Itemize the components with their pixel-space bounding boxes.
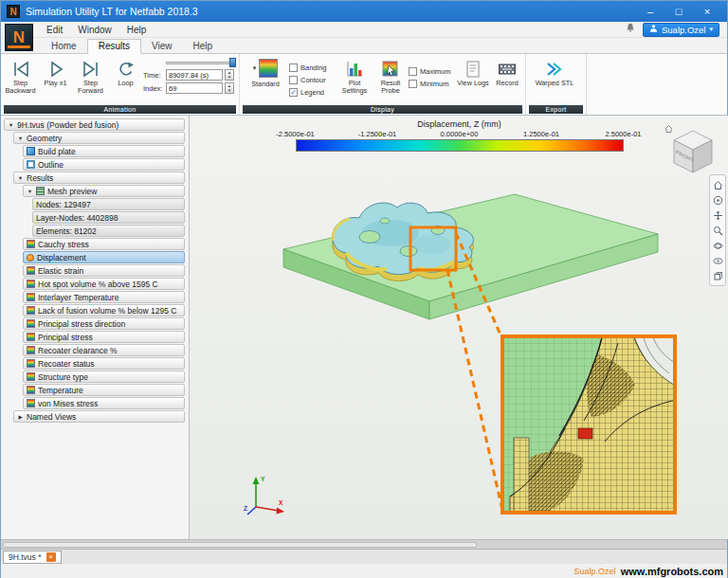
maximum-checkbox-row[interactable]: Maximum (409, 66, 456, 77)
result-icon (27, 399, 35, 407)
banding-checkbox-row[interactable]: Banding (289, 63, 337, 73)
time-spinner[interactable]: ▲ ▼ (225, 69, 234, 81)
step-backward-button[interactable]: Step Backward (3, 56, 38, 95)
play-button[interactable]: Play x1 (38, 56, 73, 87)
chevron-down-icon[interactable]: ▾ (253, 64, 257, 72)
document-tab-close-icon[interactable]: × (46, 552, 56, 562)
view-cube[interactable]: FRONT (664, 123, 719, 178)
user-account-button[interactable]: Sualp.Ozel ▾ (643, 23, 719, 37)
legend-checkbox-row[interactable]: ✓ Legend (289, 87, 337, 98)
plot-settings-button[interactable]: Plot Settings (337, 56, 373, 95)
tree-item-label: Elements: 81202 (36, 226, 97, 236)
document-tab[interactable]: 9H.tvus * × (3, 551, 62, 564)
tree-item-recoater-clearance[interactable]: Recoater clearance % (23, 344, 185, 356)
tree-item-principal-stress[interactable]: Principal stress (23, 331, 185, 343)
home-icon[interactable] (665, 126, 672, 133)
plot-settings-label: Plot Settings (337, 80, 373, 95)
home-view-icon[interactable] (711, 178, 724, 191)
tab-help[interactable]: Help (183, 40, 224, 53)
expand-arrow-icon[interactable]: ▼ (17, 135, 24, 141)
coordinate-axes-triad: Y X Z (243, 473, 286, 516)
spin-down-icon[interactable]: ▼ (226, 88, 233, 93)
banding-checkbox[interactable] (289, 63, 298, 72)
spin-down-icon[interactable]: ▼ (226, 75, 233, 80)
tree-item-named-views[interactable]: ▶ Named Views (13, 410, 185, 423)
tree-item-von-mises-stress[interactable]: von Mises stress (23, 397, 185, 409)
warped-stl-button[interactable]: Warped STL (528, 56, 581, 87)
time-slider[interactable] (166, 58, 236, 67)
tree-item-displacement[interactable]: Displacement (23, 251, 185, 263)
horizontal-scrollbar-thumb[interactable] (3, 542, 477, 548)
tree-item-interlayer-temperature[interactable]: Interlayer Temperature (23, 291, 185, 303)
tree-item-build-plate[interactable]: Build plate (23, 145, 185, 157)
tree-item-elements: Elements: 81202 (32, 225, 185, 237)
maximum-checkbox[interactable] (409, 67, 417, 76)
orbit-icon[interactable] (711, 239, 724, 252)
menu-window[interactable]: Window (70, 22, 119, 38)
notification-bell-icon[interactable] (625, 21, 636, 38)
time-input[interactable] (166, 69, 223, 81)
contour-checkbox[interactable] (289, 76, 298, 84)
step-forward-icon (81, 59, 101, 79)
viewport-3d[interactable]: Displacement, Z (mm) -2.5000e-01 -1.2500… (190, 116, 728, 539)
step-forward-button[interactable]: Step Forward (73, 56, 108, 95)
zoom-icon[interactable] (711, 224, 724, 237)
result-probe-label: Result Probe (373, 80, 409, 95)
menu-edit[interactable]: Edit (39, 22, 70, 38)
tree-item-outline[interactable]: Outline (23, 158, 185, 171)
steering-wheel-icon[interactable] (711, 193, 724, 207)
chevron-down-icon: ▾ (709, 26, 713, 33)
record-button[interactable]: Record (490, 56, 524, 87)
minimize-icon[interactable]: – (636, 1, 664, 22)
view-logs-button[interactable]: View Logs (456, 56, 490, 87)
contour-checkbox-row[interactable]: Contour (289, 75, 337, 85)
legend-checkbox[interactable]: ✓ (289, 88, 298, 97)
index-input[interactable] (166, 82, 223, 94)
horizontal-scrollbar[interactable] (1, 539, 727, 549)
tab-view[interactable]: View (141, 40, 183, 53)
step-backward-icon (10, 59, 31, 79)
tree-item-recoater-status[interactable]: Recoater status (23, 357, 185, 370)
tree-item-geometry[interactable]: ▼ Geometry (13, 132, 185, 144)
expand-arrow-icon[interactable]: ▼ (27, 189, 33, 194)
minimum-checkbox[interactable] (409, 80, 417, 88)
view-box-icon[interactable] (711, 269, 724, 282)
tree-item-results[interactable]: ▼ Results (13, 172, 185, 184)
tree-item-hot-spot[interactable]: Hot spot volume % above 1595 C (23, 278, 185, 290)
standard-colormap-button[interactable]: ▾ Standard (242, 56, 289, 88)
tree-item-label: Build plate (38, 147, 76, 156)
tree-item-elastic-strain[interactable]: Elastic strain (23, 264, 185, 277)
pan-icon[interactable] (711, 208, 724, 222)
tree-item-label: Layer-Nodes: 4402898 (36, 213, 118, 223)
title-bar: N Simulation Utility LT for Netfabb 2018… (1, 1, 727, 22)
menu-help[interactable]: Help (119, 22, 155, 38)
expand-arrow-icon[interactable]: ▼ (17, 175, 24, 181)
plot-settings-icon (345, 59, 364, 79)
menu-bar: Edit Window Help Sualp.Ozel ▾ (1, 22, 727, 38)
tree-item-cauchy-stress[interactable]: Cauchy stress (23, 238, 185, 250)
tree-item-label: Recoater clearance % (38, 346, 118, 355)
tab-results[interactable]: Results (87, 39, 141, 54)
look-at-icon[interactable] (711, 254, 724, 267)
maximize-icon[interactable]: □ (664, 1, 693, 22)
colormap-icon (259, 59, 278, 78)
tree-item-temperature[interactable]: Temperature (23, 384, 185, 396)
tree-item-mesh-preview[interactable]: ▼ Mesh preview (23, 185, 185, 197)
time-slider-handle[interactable] (229, 58, 236, 67)
view-logs-icon (464, 59, 482, 79)
ribbon-group-display: ▾ Standard Banding Contour ✓ Legend (240, 54, 526, 115)
netfabb-logo-button[interactable]: N (5, 24, 33, 51)
tree-item-lack-of-fusion[interactable]: Lack of fusion volume % below 1295 C (23, 304, 185, 316)
expand-arrow-icon[interactable]: ▼ (8, 122, 14, 128)
index-spinner[interactable]: ▲ ▼ (225, 82, 234, 94)
result-probe-button[interactable]: Result Probe (373, 56, 409, 95)
tree-item-structure-type[interactable]: Structure type (23, 370, 185, 383)
collapse-arrow-icon[interactable]: ▶ (17, 414, 24, 420)
tab-home[interactable]: Home (41, 40, 87, 53)
loop-button[interactable]: Loop (108, 56, 143, 87)
time-slider-track (166, 62, 236, 64)
tree-item-root[interactable]: ▼ 9H.tvus (Powder bed fusion) (4, 118, 185, 131)
close-icon[interactable]: × (693, 1, 721, 22)
minimum-checkbox-row[interactable]: Minimum (409, 79, 456, 89)
tree-item-principal-stress-direction[interactable]: Principal stress direction (23, 317, 185, 330)
